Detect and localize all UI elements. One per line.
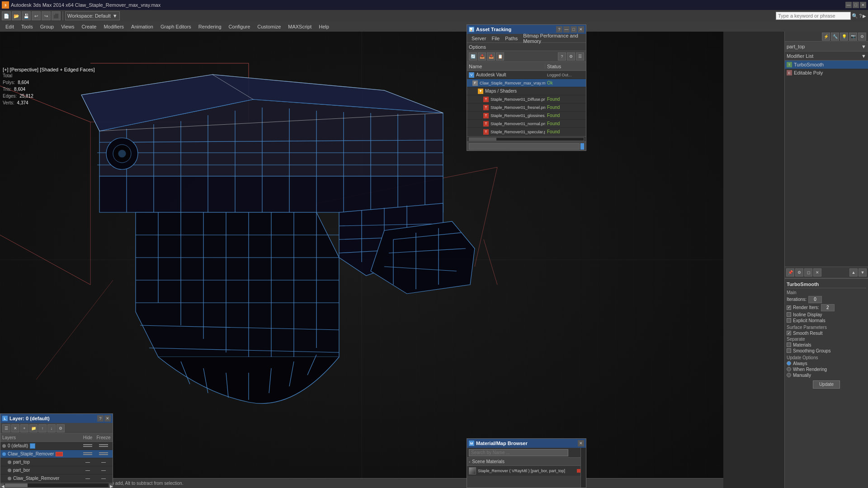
asset-max-btn[interactable]: □ — [571, 26, 577, 33]
menu-customize[interactable]: Customize — [254, 22, 284, 32]
asset-help-btn[interactable]: ? — [556, 26, 562, 33]
at-btn-help[interactable]: ? — [558, 52, 566, 61]
at-btn-4[interactable]: 📋 — [496, 52, 504, 61]
new-btn[interactable]: 📄 — [2, 11, 11, 20]
mod-nav-down-btn[interactable]: ▼ — [859, 268, 867, 277]
menu-group[interactable]: Group — [37, 22, 58, 32]
always-radio[interactable] — [787, 361, 791, 366]
at-btn-1[interactable]: 🔄 — [469, 52, 477, 61]
layers-btn-7[interactable]: ⚙ — [57, 424, 65, 432]
asset-row-fresnel[interactable]: T Staple_Remover01_fresnel.png Found — [467, 103, 586, 112]
menu-rendering[interactable]: Rendering — [195, 22, 225, 32]
layers-help-btn[interactable]: ? — [97, 415, 104, 422]
modifier-list-dropdown[interactable]: Modifier List ▼ — [785, 52, 868, 61]
minimize-button[interactable]: — — [845, 2, 852, 8]
modifier-turbosmooth[interactable]: T TurboSmooth — [785, 61, 868, 69]
menu-configure[interactable]: Configure — [225, 22, 254, 32]
asset-row-diffuse[interactable]: T Staple_Remover01_Diffuse.png Found — [467, 95, 586, 103]
layer-row-claw[interactable]: Claw_Staple_Remover — [0, 450, 113, 458]
asset-row-folder[interactable]: ▼ Maps / Shaders — [467, 87, 586, 95]
asset-menu-paths[interactable]: Paths — [502, 34, 520, 43]
menu-create[interactable]: Create — [78, 22, 100, 32]
layer-row-claw-child[interactable]: Claw_Staple_Remover — — — [0, 474, 113, 483]
asset-row-vault[interactable]: V Autodesk Vault Logged Out... — [467, 71, 586, 79]
asset-row-gloss[interactable]: T Staple_Remover01_glossines.png Found — [467, 112, 586, 120]
when-render-radio[interactable] — [787, 367, 791, 371]
panel-btn-4[interactable]: 📷 — [849, 33, 857, 41]
layers-scroll-left[interactable]: ◄ — [0, 483, 4, 487]
layers-btn-1[interactable]: ☰ — [2, 424, 10, 432]
search-input[interactable] — [776, 12, 851, 20]
configure-btn[interactable]: ⚙ — [795, 268, 803, 277]
asset-row-file[interactable]: F Claw_Staple_Remover_max_vray.max Ok — [467, 79, 586, 87]
isoline-checkbox[interactable] — [787, 312, 791, 317]
menu-help[interactable]: Help — [315, 22, 333, 32]
layers-btn-4[interactable]: 📁 — [29, 424, 38, 432]
workspace-dropdown[interactable]: Workspace: Default ▼ — [65, 11, 120, 20]
object-name-field[interactable]: part_top ▼ — [785, 42, 868, 52]
mod-make-unique-btn[interactable]: ◻ — [804, 268, 812, 277]
manually-radio[interactable] — [787, 373, 791, 377]
search-icon[interactable]: 🔍 — [852, 13, 858, 19]
layers-scroll-right[interactable]: ► — [109, 483, 113, 487]
close-button[interactable]: ✕ — [860, 2, 866, 8]
menu-modifiers[interactable]: Modifiers — [100, 22, 127, 32]
material-scrollbar[interactable] — [580, 448, 586, 488]
modifier-editable-poly[interactable]: E Editable Poly — [785, 69, 868, 77]
layers-btn-3[interactable]: + — [20, 424, 28, 432]
menu-maxscript[interactable]: MAXScript — [284, 22, 315, 32]
smoothing-checkbox[interactable] — [787, 348, 791, 353]
layers-btn-2[interactable]: ✕ — [11, 424, 19, 432]
at-btn-3[interactable]: 📤 — [487, 52, 495, 61]
open-btn[interactable]: 📂 — [12, 11, 21, 20]
maximize-button[interactable]: □ — [853, 2, 859, 8]
undo-btn[interactable]: ↩ — [32, 11, 41, 20]
panel-btn-2[interactable]: 🔧 — [831, 33, 839, 41]
asset-menu-bitmap[interactable]: Bitmap Performance and Memory — [520, 34, 584, 43]
layers-close-btn[interactable]: ✕ — [104, 415, 111, 422]
layer-check-1 — [30, 443, 35, 449]
layer-row-part-bor[interactable]: part_bor — — — [0, 466, 113, 474]
asset-row-specular[interactable]: T Staple_Remover01_specular.png Found — [467, 128, 586, 136]
update-button[interactable]: Update — [813, 380, 840, 389]
materials-checkbox[interactable] — [787, 343, 791, 347]
asset-menu-file[interactable]: File — [489, 34, 502, 43]
menu-views[interactable]: Views — [57, 22, 78, 32]
layers-btn-6[interactable]: ↓ — [47, 424, 56, 432]
layer-row-default[interactable]: 0 (default) — [0, 442, 113, 450]
asset-menu-server[interactable]: Server — [469, 34, 489, 43]
layers-btn-5[interactable]: ↑ — [38, 424, 47, 432]
panel-btn-3[interactable]: 💡 — [840, 33, 848, 41]
menu-animation[interactable]: Animation — [127, 22, 157, 32]
render-iters-input[interactable] — [821, 304, 835, 311]
mod-nav-up-btn[interactable]: ▲ — [849, 268, 858, 277]
save-btn[interactable]: 💾 — [22, 11, 31, 20]
panel-btn-5[interactable]: ⚙ — [858, 33, 866, 41]
material-close-btn[interactable]: ✕ — [578, 440, 584, 446]
asset-close-btn[interactable]: ✕ — [578, 26, 584, 33]
at-btn-2[interactable]: 📥 — [478, 52, 486, 61]
layer-row-part-top[interactable]: part_top — — — [0, 458, 113, 466]
at-btn-options[interactable]: ☰ — [576, 52, 584, 61]
asset-row-normal[interactable]: T Staple_Remover01_normal.png Found — [467, 120, 586, 128]
search-expand-icon[interactable]: ▶ — [863, 14, 866, 19]
panel-btn-1[interactable]: ⚡ — [822, 33, 830, 41]
smooth-result-checkbox[interactable] — [787, 331, 791, 335]
asset-min-btn[interactable]: — — [563, 26, 570, 33]
menu-tools[interactable]: Tools — [18, 22, 37, 32]
explicit-checkbox[interactable] — [787, 318, 791, 323]
pin-btn[interactable]: 📌 — [786, 268, 794, 277]
material-search-input[interactable] — [469, 449, 568, 456]
search-help-icon[interactable]: ? — [859, 14, 862, 19]
menu-edit[interactable]: Edit — [2, 22, 18, 32]
layers-scrollbar[interactable]: ◄ ► — [0, 483, 113, 487]
material-row-staple[interactable]: Staple_Remover ( VRayMtl ) [part_bor, pa… — [467, 466, 586, 476]
render-iters-checkbox[interactable] — [787, 305, 791, 310]
mod-remove-btn[interactable]: ✕ — [813, 268, 821, 277]
iterations-input[interactable] — [808, 296, 822, 303]
redo-btn[interactable]: ↪ — [42, 11, 51, 20]
at-btn-settings[interactable]: ⚙ — [567, 52, 575, 61]
toolbar-btn-5[interactable]: ⬛ — [52, 11, 61, 20]
asset-scrollbar[interactable] — [467, 136, 586, 141]
menu-graph-editors[interactable]: Graph Editors — [157, 22, 195, 32]
